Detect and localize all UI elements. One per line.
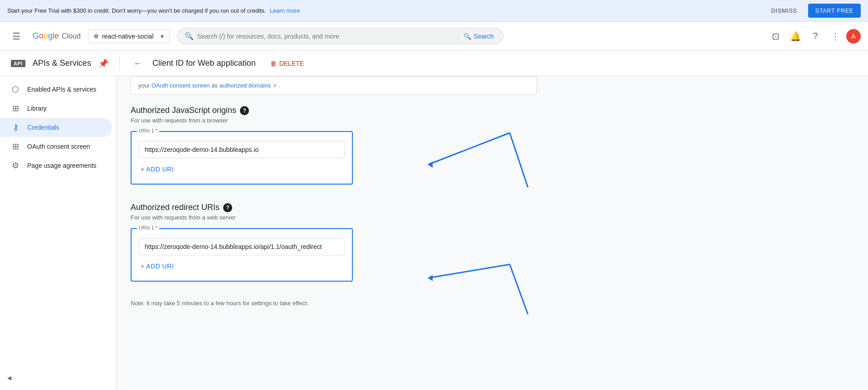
redirect-uris-title: Authorized redirect URIs ? xyxy=(131,203,419,212)
sidebar: ⬡ Enabled APIs & services ⊞ Library ⚷ Cr… xyxy=(0,76,116,390)
pin-icon[interactable]: 📌 xyxy=(98,58,108,68)
search-bar: 🔍 | 🔍 Search xyxy=(177,28,503,44)
top-banner: Start your Free Trial with $300 in credi… xyxy=(0,0,868,22)
api-badge: API xyxy=(11,60,25,67)
redirect-uris-uri-box: URIs 1 * + ADD URI xyxy=(131,228,353,282)
info-text-before: your xyxy=(138,82,151,89)
oauth-consent-icon: ⊞ xyxy=(11,141,20,151)
note: Note: It may take 5 minutes to a few hou… xyxy=(131,300,419,307)
credentials-icon: ⚷ xyxy=(11,122,20,132)
section-title: APIs & Services xyxy=(33,58,91,68)
banner-right: DISMISS START FREE xyxy=(766,4,861,18)
help-button[interactable]: ? xyxy=(806,27,824,45)
js-origins-add-uri-label: + ADD URI xyxy=(141,166,174,173)
search-icon: 🔍 xyxy=(463,33,471,40)
redirect-uris-add-uri-button[interactable]: + ADD URI xyxy=(139,259,176,273)
delete-label: DELETE xyxy=(279,60,304,67)
redirect-uris-add-uri-label: + ADD URI xyxy=(141,263,174,270)
js-origins-desc: For use with requests from a browser xyxy=(131,117,419,124)
authorized-domains-link[interactable]: authorized domains ↗ xyxy=(219,82,278,89)
client-id-title: Client ID for Web application xyxy=(152,58,256,68)
logo-cloud-text: Cloud xyxy=(62,32,81,40)
hamburger-button[interactable]: ☰ xyxy=(7,27,25,45)
avatar[interactable]: A xyxy=(846,29,861,44)
sections-wrapper: Authorized JavaScript origins ? For use … xyxy=(131,106,537,351)
enabled-apis-icon: ⬡ xyxy=(11,84,20,94)
js-origins-help-icon[interactable]: ? xyxy=(240,106,249,115)
js-origins-field-label: URIs 1 * xyxy=(137,128,159,133)
sidebar-item-credentials[interactable]: ⚷ Credentials xyxy=(0,118,112,137)
start-free-button[interactable]: START FREE xyxy=(808,4,861,18)
external-link-icon: ↗ xyxy=(273,83,277,88)
layout: ⬡ Enabled APIs & services ⊞ Library ⚷ Cr… xyxy=(0,76,868,390)
delete-button[interactable]: 🗑 DELETE xyxy=(270,60,304,67)
sidebar-item-label: Enabled APIs & services xyxy=(27,86,97,93)
svg-line-5 xyxy=(510,264,528,314)
back-arrow-icon: ← xyxy=(133,58,142,68)
vertical-divider xyxy=(119,56,120,71)
google-cloud-logo: Google Cloud xyxy=(33,31,81,41)
js-origins-section: Authorized JavaScript origins ? For use … xyxy=(131,106,419,185)
sections-content: Authorized JavaScript origins ? For use … xyxy=(131,106,419,307)
search-button[interactable]: | 🔍 Search xyxy=(455,33,496,40)
search-divider: | xyxy=(457,33,459,40)
redirect-uris-title-text: Authorized redirect URIs xyxy=(131,203,219,212)
logo-google: Google xyxy=(33,31,59,41)
page-usage-icon: ⚙ xyxy=(11,161,20,171)
collapse-sidebar-button[interactable]: ◂ xyxy=(7,373,11,383)
js-origins-uri-box: URIs 1 * + ADD URI xyxy=(131,131,353,185)
svg-line-0 xyxy=(428,133,510,165)
redirect-uris-section: Authorized redirect URIs ? For use with … xyxy=(131,203,419,282)
sidebar-item-label: OAuth consent screen xyxy=(27,143,90,150)
dismiss-button[interactable]: DISMISS xyxy=(766,5,803,17)
js-origins-title-text: Authorized JavaScript origins xyxy=(131,106,236,115)
project-dot-icon xyxy=(94,34,98,39)
sidebar-item-label: Credentials xyxy=(27,124,59,131)
svg-line-3 xyxy=(428,264,510,278)
sidebar-item-library[interactable]: ⊞ Library xyxy=(0,99,112,118)
sidebar-item-label: Page usage agreements xyxy=(27,162,97,169)
js-origins-title: Authorized JavaScript origins ? xyxy=(131,106,419,115)
project-name: react-native-social xyxy=(102,33,154,40)
svg-line-2 xyxy=(510,133,528,187)
sidebar-item-enabled-apis[interactable]: ⬡ Enabled APIs & services xyxy=(0,80,112,99)
info-text-middle: as xyxy=(211,82,219,89)
avatar-letter: A xyxy=(851,33,855,40)
notifications-button[interactable]: 🔔 xyxy=(786,27,805,45)
js-origins-add-uri-button[interactable]: + ADD URI xyxy=(139,162,176,176)
svg-marker-1 xyxy=(428,161,433,168)
chevron-down-icon: ▾ xyxy=(161,33,164,40)
banner-left: Start your Free Trial with $300 in credi… xyxy=(7,7,300,14)
project-selector[interactable]: react-native-social ▾ xyxy=(88,29,170,43)
search-input[interactable] xyxy=(197,33,452,40)
terminal-icon: ⊡ xyxy=(772,31,780,42)
back-button[interactable]: ← xyxy=(131,55,145,71)
svg-marker-4 xyxy=(428,275,433,281)
delete-icon: 🗑 xyxy=(270,60,277,67)
main-content: your OAuth consent screen as authorized … xyxy=(116,76,868,390)
content-inner: your OAuth consent screen as authorized … xyxy=(116,76,551,365)
oauth-consent-link[interactable]: OAuth consent screen xyxy=(151,82,210,89)
redirect-uris-field-label: URIs 1 * xyxy=(137,225,159,230)
arrows-area xyxy=(419,97,537,351)
authorized-domains-text: authorized domains xyxy=(219,82,271,89)
search-icon-left: 🔍 xyxy=(185,32,194,40)
nav-icons: ⊡ 🔔 ? ⋮ A xyxy=(766,27,861,45)
library-icon: ⊞ xyxy=(11,103,20,113)
learn-more-link[interactable]: Learn more xyxy=(270,7,300,14)
page-header: API APIs & Services 📌 ← Client ID for We… xyxy=(0,51,868,76)
redirect-uris-help-icon[interactable]: ? xyxy=(223,203,232,212)
help-icon: ? xyxy=(813,31,818,41)
more-options-button[interactable]: ⋮ xyxy=(826,27,844,45)
js-origins-uri-input[interactable] xyxy=(139,141,345,158)
info-box: your OAuth consent screen as authorized … xyxy=(131,76,537,95)
redirect-uri-input[interactable] xyxy=(139,238,345,255)
top-nav: ☰ Google Cloud react-native-social ▾ 🔍 |… xyxy=(0,22,868,51)
terminal-button[interactable]: ⊡ xyxy=(766,27,785,45)
info-text-after: . xyxy=(278,82,280,89)
sidebar-item-oauth-consent[interactable]: ⊞ OAuth consent screen xyxy=(0,137,112,156)
sidebar-item-page-usage[interactable]: ⚙ Page usage agreements xyxy=(0,156,112,175)
arrows-svg xyxy=(419,97,537,351)
sidebar-item-label: Library xyxy=(27,105,47,112)
dots-vertical-icon: ⋮ xyxy=(831,31,840,42)
